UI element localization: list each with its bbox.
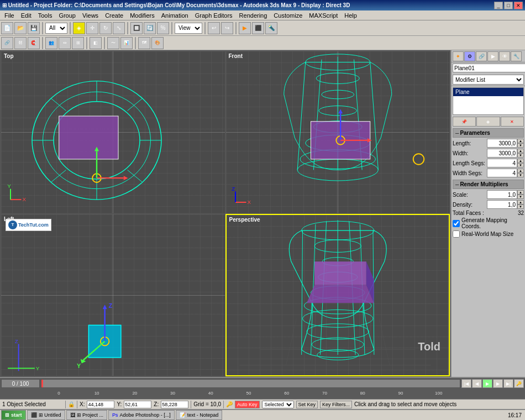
menu-help[interactable]: Help [341,11,360,20]
render3-btn[interactable]: 🔦 [265,22,277,34]
minimize-button[interactable]: _ [494,2,503,9]
unlink-btn[interactable]: ⛓ [14,37,27,49]
length-input[interactable] [487,139,517,148]
material-btn[interactable]: 🎨 [151,37,164,49]
menu-create[interactable]: Create [102,11,127,20]
menu-modifiers[interactable]: Modifiers [127,11,158,20]
view-dropdown[interactable]: View [175,23,202,34]
menu-customize[interactable]: Customize [270,11,306,20]
menu-tools[interactable]: Tools [35,11,56,20]
length-up-btn[interactable]: ▲ [517,139,524,143]
stack-make-unique-btn[interactable]: ◈ [476,117,500,127]
width-down-btn[interactable]: ▼ [517,153,524,158]
real-world-checkbox[interactable] [453,230,460,238]
menu-animation[interactable]: Animation [158,11,192,20]
motion-panel-btn[interactable]: ▶ [487,51,498,61]
move-btn[interactable]: ✛ [86,22,98,34]
utility-panel-btn[interactable]: 🔧 [511,51,522,61]
go-start-btn[interactable]: |◀ [461,379,471,388]
width-input[interactable] [487,149,517,158]
start-button[interactable]: ⊞ start [1,410,26,420]
gen-mapping-checkbox[interactable] [453,220,460,227]
go-end-btn[interactable]: ▶| [503,379,513,388]
set-key-btn[interactable]: Set Key [296,401,318,408]
y-coord-input[interactable] [124,401,151,408]
scale-input[interactable] [487,190,517,199]
close-button[interactable]: ✕ [514,2,523,9]
stack-item-plane[interactable]: Plane [453,88,523,96]
stack-pin-btn[interactable]: 📌 [453,117,476,127]
selected-dropdown[interactable]: Selected [262,401,294,408]
length-segs-input[interactable] [487,159,517,167]
viewport-left[interactable]: Left T TechTut.com Z Y [1,214,225,377]
modifier-list-dropdown[interactable]: Modifier List [453,75,524,85]
rotate-btn[interactable]: ↻ [99,22,112,34]
width-segs-down-btn[interactable]: ▼ [517,173,524,177]
stack-remove-btn[interactable]: ✕ [501,117,524,127]
menu-edit[interactable]: Edit [18,11,35,20]
length-segs-up-btn[interactable]: ▲ [517,159,524,163]
density-input[interactable] [487,200,517,209]
scale-btn[interactable]: ⤡ [113,22,125,34]
timeline-track[interactable] [41,379,460,388]
taskbar-item-photoshop[interactable]: Ps Adobe Photoshop - [...] [108,410,175,420]
menu-group[interactable]: Group [55,11,79,20]
angle-snap-btn[interactable]: 🔄 [144,22,156,34]
menu-rendering[interactable]: Rendering [236,11,271,20]
menu-file[interactable]: File [1,11,18,20]
link-btn[interactable]: 🔗 [1,37,13,49]
hierarchy-panel-btn[interactable]: 🔗 [476,51,487,61]
width-segs-input[interactable] [487,169,517,177]
maximize-button[interactable]: □ [504,2,513,9]
open-btn[interactable]: 📂 [14,22,27,34]
layer-btn[interactable]: ◧ [90,37,102,49]
play-btn[interactable]: ▶ [482,379,492,388]
snap-btn[interactable]: 🔲 [130,22,143,34]
menu-views[interactable]: Views [79,11,102,20]
next-frame-btn[interactable]: ▶ [493,379,503,388]
all-dropdown[interactable]: All [45,23,67,34]
density-down-btn[interactable]: ▼ [517,204,524,209]
new-btn[interactable]: 📄 [1,22,13,34]
scale-down-btn[interactable]: ▼ [517,195,524,199]
viewport-top[interactable]: Top [1,51,225,214]
undo-btn[interactable]: ↩ [208,22,220,34]
key-filters-btn[interactable]: Key Filters... [320,401,352,408]
modify-panel-btn[interactable]: ⚙ [464,51,475,61]
render-btn[interactable]: ▶ [239,22,251,34]
schematic-btn[interactable]: 🗺 [138,37,150,49]
modifier-stack: Plane [453,87,524,115]
z-coord-input[interactable] [161,401,188,408]
key-mode-btn[interactable]: 🔑 [514,379,524,388]
mirror-btn[interactable]: ⇔ [59,37,71,49]
bind-btn[interactable]: 🧲 [28,37,40,49]
taskbar-item-notepad[interactable]: 📝 text - Notepad [176,410,223,420]
dope-sheet-btn[interactable]: 📊 [120,37,133,49]
curve-editor-btn[interactable]: 〜 [107,37,119,49]
x-coord-input[interactable] [87,401,114,408]
prev-frame-btn[interactable]: ◀ [472,379,482,388]
taskbar-item-project[interactable]: 🖼 ⊞ Project ... [66,410,108,420]
save-btn[interactable]: 💾 [28,22,40,34]
length-down-btn[interactable]: ▼ [517,143,524,148]
redo-btn[interactable]: ↪ [221,22,233,34]
object-name-input[interactable] [453,64,525,72]
select-btn[interactable]: ◈ [73,22,85,34]
hierarchy-btn[interactable]: 👥 [45,37,57,49]
menu-maxscript[interactable]: MAXScript [306,11,341,20]
width-segs-up-btn[interactable]: ▲ [517,169,524,173]
length-segs-down-btn[interactable]: ▼ [517,163,524,167]
align-btn[interactable]: ⊞ [72,37,84,49]
menu-graph-editors[interactable]: Graph Editors [192,11,236,20]
auto-key-btn[interactable]: Auto Key [235,401,260,408]
taskbar-item-untitled[interactable]: ⬛ ⊞ Untitled [27,410,65,420]
density-up-btn[interactable]: ▲ [517,200,524,204]
viewport-perspective[interactable]: Perspective [225,214,450,377]
percent-snap-btn[interactable]: % [157,22,169,34]
viewport-front[interactable]: Front [225,51,450,214]
render2-btn[interactable]: ⬛ [252,22,264,34]
scale-up-btn[interactable]: ▲ [517,190,524,195]
display-panel-btn[interactable]: 👁 [499,51,510,61]
create-panel-btn[interactable]: ✦ [453,51,464,61]
width-up-btn[interactable]: ▲ [517,149,524,153]
